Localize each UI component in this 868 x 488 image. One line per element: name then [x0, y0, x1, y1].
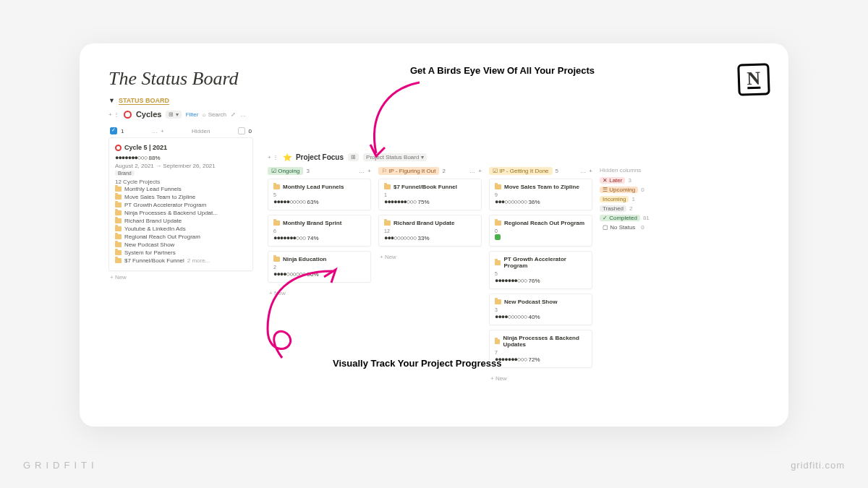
hidden-status-nostatus[interactable]: ▢ No Status0 — [600, 224, 673, 231]
folder-icon — [495, 260, 501, 265]
add-view-icon[interactable]: + ⋮ — [109, 111, 119, 118]
new-card-button[interactable]: + New — [268, 287, 371, 299]
col-actions[interactable]: … + — [152, 128, 164, 134]
board-view-icon: ⊞ — [348, 153, 359, 161]
star-icon: ⭐ — [283, 153, 292, 161]
kanban-column-figuring: ⚐ IP - Figuring It Out 2 … + $7 Funnel/B… — [378, 167, 482, 263]
project-card[interactable]: New Podcast Show 3 ●●●●○○○○○○ 40% — [489, 294, 592, 325]
folder-icon — [115, 202, 122, 207]
cycles-db-header: + ⋮ Cycles ⊞ ▾ Filter ⌕ Search ⤢ … — [109, 110, 760, 119]
search-button[interactable]: ⌕ Search — [203, 111, 226, 118]
folder-icon — [115, 218, 122, 223]
notion-logo-icon: N — [737, 63, 770, 96]
more-icon[interactable]: … — [240, 111, 246, 118]
project-card[interactable]: Ninja Processes & Backend Updates 7 ●●●●… — [489, 330, 592, 368]
hidden-columns-header[interactable]: Hidden columns — [600, 167, 673, 174]
filter-button[interactable]: Filter — [186, 111, 199, 118]
folder-icon — [273, 257, 280, 262]
brand-tag: Brand — [115, 171, 135, 176]
cycle-project-line[interactable]: Move Sales Team to Zipline — [115, 193, 247, 201]
project-card[interactable]: Ninja Education 2 ●●●●○○○○○○ 50% — [268, 251, 371, 283]
folder-icon — [384, 184, 391, 189]
cycle-project-line[interactable]: New Podcast Show — [115, 241, 247, 249]
folder-icon — [115, 226, 122, 231]
board-area: + ⋮ ⭐ Project Focus ⊞ Project Status Boa… — [268, 124, 760, 385]
add-view-icon[interactable]: + ⋮ — [268, 154, 278, 160]
view-switcher[interactable]: ⊞ ▾ — [166, 111, 181, 119]
project-card[interactable]: PT Growth Accelerator Program 5 ●●●●●●●○… — [489, 251, 592, 289]
folder-icon — [273, 221, 280, 226]
cycle-project-line[interactable]: Ninja Processes & Backend Updat... — [115, 209, 247, 217]
kanban-column-getting: ☑ IP - Getting It Done 5 … + Move Sales … — [489, 167, 592, 385]
folder-icon — [115, 210, 122, 215]
cycle-icon — [115, 145, 122, 151]
folder-icon — [273, 184, 280, 189]
folder-icon — [384, 221, 391, 226]
cycles-column: 1 … + Hidden 0 Cycle 5 | 2021 ●●●●●●●○○○… — [109, 124, 253, 283]
cycle-project-line[interactable]: Monthly Lead Funnels — [115, 185, 247, 193]
folder-icon — [495, 339, 500, 344]
cycle-project-line[interactable]: Regional Reach Out Program — [115, 233, 247, 241]
folder-icon — [495, 184, 501, 189]
hidden-status-incoming[interactable]: Incoming1 — [600, 196, 673, 202]
new-cycle-button[interactable]: + New — [109, 271, 253, 283]
brand-footer-right: gridfiti.com — [791, 460, 845, 471]
unchecked-count: 0 — [249, 128, 252, 134]
page-title: The Status Board — [109, 68, 239, 90]
folder-icon — [115, 242, 122, 247]
folder-icon — [115, 234, 122, 239]
cycle-dates: August 2, 2021 → September 26, 2021 — [115, 163, 247, 169]
cycle-card[interactable]: Cycle 5 | 2021 ●●●●●●●○○○ 88% August 2, … — [109, 137, 253, 271]
kanban-column-ongoing: ☑ Ongoing 3 … + Monthly Lead Funnels 5 ●… — [268, 167, 371, 299]
filter-checked-checkbox[interactable] — [110, 127, 117, 134]
cycle-projects-count: 12 Cycle Projects — [115, 179, 247, 185]
column-header[interactable]: ☑ Ongoing 3 … + — [268, 167, 371, 175]
project-card[interactable]: Monthly Lead Funnels 5 ●●●●●○○○○○ 63% — [268, 179, 371, 210]
folder-icon — [115, 250, 122, 255]
cycles-icon — [124, 111, 132, 119]
checked-count: 1 — [121, 128, 124, 134]
column-header[interactable]: ☑ IP - Getting It Done 5 … + — [489, 167, 592, 175]
board-view-switcher[interactable]: Project Status Board ▾ — [363, 153, 427, 161]
cycle-project-line[interactable]: Youtube & LinkedIn Ads — [115, 225, 247, 233]
annotation-top: Get A Birds Eye View Of All Your Project… — [410, 65, 595, 76]
folder-icon — [495, 221, 501, 226]
folder-icon — [115, 194, 122, 200]
hidden-status-upcoming[interactable]: ☰ Upcoming0 — [600, 187, 673, 193]
hidden-status-later[interactable]: ✕ Later3 — [600, 177, 673, 184]
new-card-button[interactable]: + New — [378, 251, 482, 263]
folder-icon — [115, 187, 122, 192]
folder-icon — [495, 299, 501, 304]
expand-icon[interactable]: ⤢ — [231, 111, 236, 118]
hidden-label[interactable]: Hidden — [192, 128, 210, 134]
cycle-project-line[interactable]: PT Growth Accelerator Program — [115, 201, 247, 209]
brand-footer-left: GRIDFITI — [23, 460, 98, 471]
hidden-columns: Hidden columns✕ Later3☰ Upcoming0 Incomi… — [600, 167, 673, 234]
project-card[interactable]: Regional Reach Out Program 0 — [489, 215, 592, 247]
filter-unchecked-checkbox[interactable] — [238, 127, 245, 134]
cycles-db-title[interactable]: Cycles — [136, 110, 161, 119]
screenshot-frame: Get A Birds Eye View Of All Your Project… — [80, 43, 788, 427]
cycle-project-line[interactable]: System for Partners — [115, 249, 247, 257]
status-board-toggle[interactable]: ▼ STATUS BOARD — [109, 97, 760, 104]
check-icon — [495, 234, 501, 240]
project-card[interactable]: Richard Brand Update 12 ●●●○○○○○○○ 33% — [378, 215, 482, 247]
hidden-status-completed[interactable]: ✓ Completed81 — [600, 215, 673, 221]
annotation-bottom: Visually Track Your Project Progresss — [333, 358, 501, 369]
column-header[interactable]: ⚐ IP - Figuring It Out 2 … + — [378, 167, 482, 175]
hidden-status-trashed[interactable]: Trashed2 — [600, 205, 673, 212]
project-card[interactable]: Move Sales Team to Zipline 9 ●●●○○○○○○○ … — [489, 179, 592, 210]
project-card[interactable]: Monthly Brand Sprint 6 ●●●●●●●○○○ 74% — [268, 215, 371, 247]
project-card[interactable]: $7 Funnel/Book Funnel 1 ●●●●●●●○○○ 75% — [378, 179, 482, 210]
folder-icon — [115, 258, 122, 263]
new-card-button[interactable]: + New — [489, 372, 592, 385]
project-focus-title[interactable]: Project Focus — [296, 153, 344, 161]
cycle-project-line[interactable]: Richard Brand Update — [115, 217, 247, 225]
